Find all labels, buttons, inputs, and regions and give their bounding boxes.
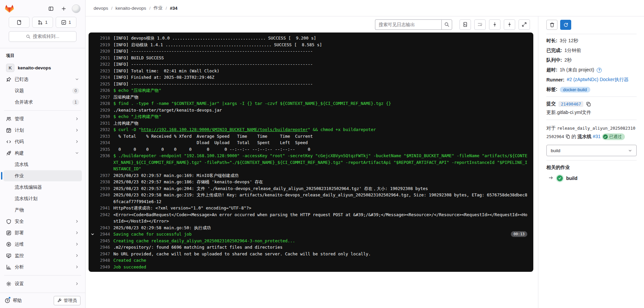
detail-label: 超时: (546, 67, 557, 73)
log-line-number[interactable]: 2926 (96, 87, 110, 94)
detail-value[interactable]: #2 (zAptwNDc) Docker执行器 (567, 77, 629, 83)
log-line-number[interactable]: 2921 (96, 55, 110, 61)
log-line-number[interactable]: 2939 (96, 185, 110, 192)
log-line-number[interactable]: 2935 (96, 146, 110, 153)
scroll-to-top-button[interactable] (489, 19, 500, 30)
search-or-go-field[interactable]: 搜索或转到... (9, 31, 76, 42)
scroll-to-bottom-button[interactable] (504, 19, 515, 30)
log-line-number[interactable]: 2938 (96, 179, 110, 185)
log-line-number[interactable]: 2925 (96, 81, 110, 87)
log-line-number[interactable]: 2949 (96, 264, 110, 270)
sidebar-item-code[interactable]: 代码 (3, 136, 82, 147)
sidebar-item-secure[interactable]: 安全 (3, 216, 82, 227)
commit-label: 提交 (546, 101, 556, 107)
sidebar-item-pipelines[interactable]: 流水线 (3, 159, 82, 170)
gitlab-logo-icon[interactable] (5, 4, 14, 13)
log-search-input[interactable] (375, 19, 441, 30)
detail-value: 1h (来自 project) (560, 67, 594, 73)
fullscreen-button[interactable] (519, 19, 530, 30)
sidebar-item-project[interactable]: K kenaito-devops (3, 62, 82, 73)
sidebar-item-pinned[interactable]: 已钉选 (3, 74, 82, 85)
erase-log-button[interactable] (546, 20, 557, 30)
log-line-number[interactable]: 2947 (96, 251, 110, 257)
log-line-number[interactable]: 2920 (96, 48, 110, 55)
breadcrumb-item[interactable]: #34 (170, 6, 177, 11)
log-line: 29402025/08/23 02:29:58 main.go:219: 文件上… (89, 192, 529, 205)
raw-log-button[interactable] (460, 19, 471, 30)
admin-area-button[interactable]: 管理员 (54, 296, 80, 305)
log-line-text: $ find . -type f -name "$CONTEXT_NAME.ja… (113, 100, 529, 107)
log-line-number[interactable]: 2944 (96, 231, 110, 238)
breadcrumb-item[interactable]: 作业 (154, 5, 163, 11)
log-gutter (89, 74, 96, 81)
section-chevron-icon[interactable] (89, 231, 96, 238)
log-line-number[interactable]: 2941 (96, 205, 110, 211)
sidebar-item-合并请求[interactable]: 合并请求1 (3, 97, 82, 108)
log-gutter (89, 113, 96, 120)
log-line-number[interactable]: 2918 (96, 35, 110, 42)
log-line-number[interactable]: 2932 (96, 126, 110, 133)
log-line-number[interactable]: 2943 (96, 225, 110, 231)
retry-job-button[interactable] (560, 20, 571, 30)
log-line-number[interactable]: 2936 (96, 152, 110, 159)
sidebar-item-manage[interactable]: 管理 (3, 113, 82, 124)
log-line-number[interactable]: 2924 (96, 74, 110, 81)
log-line-number[interactable]: 2946 (96, 244, 110, 251)
log-line-number[interactable]: 2945 (96, 238, 110, 244)
sidebar-item-build[interactable]: 构建 (3, 147, 82, 159)
sidebar-item-deploy[interactable]: 部署 (3, 227, 82, 238)
chevron-right-icon (75, 219, 79, 224)
log-gutter (89, 55, 96, 61)
sidebar-item-议题[interactable]: 议题0 (3, 85, 82, 96)
stage-dropdown[interactable]: build (546, 145, 637, 156)
log-line-number[interactable]: 2934 (96, 139, 110, 146)
log-text-segment: " && chmod +x buildarepoter (308, 127, 376, 132)
log-line-number[interactable]: 2931 (96, 120, 110, 127)
log-line-number[interactable]: 2930 (96, 113, 110, 120)
breadcrumb-item[interactable]: devops (94, 6, 108, 11)
log-line-number[interactable]: 2948 (96, 257, 110, 264)
copy-commit-sha-button[interactable] (586, 102, 591, 107)
log-line: 2928$ find . -type f -name "$CONTEXT_NAM… (89, 100, 529, 107)
sidebar-item-pipeline-schedules[interactable]: 流水线计划 (3, 193, 82, 204)
log-line: 2949Job succeeded (89, 264, 529, 270)
notification-dot (8, 297, 11, 299)
sidebar-item-artifacts[interactable]: 产物 (3, 204, 82, 215)
help-question-icon[interactable]: ? (597, 68, 602, 73)
log-line-number[interactable]: 2919 (96, 42, 110, 48)
log-line-number[interactable]: 2923 (96, 68, 110, 74)
log-gutter (89, 35, 96, 42)
log-line-number[interactable]: 2933 (96, 133, 110, 140)
log-line-number[interactable]: 2928 (96, 100, 110, 107)
pipeline-number-link[interactable]: #31 (593, 134, 600, 139)
log-line-number[interactable]: 2922 (96, 61, 110, 68)
related-job-item[interactable]: build (546, 175, 637, 182)
user-avatar[interactable] (72, 4, 80, 13)
sidebar-item-operate[interactable]: 运维 (3, 239, 82, 250)
log-line-number[interactable]: 2927 (96, 94, 110, 101)
breadcrumb-item[interactable]: kenaito-devops (115, 6, 146, 11)
help-menu[interactable]: 帮助 (5, 298, 22, 304)
copy-ref-button[interactable] (566, 134, 570, 139)
log-line-number[interactable]: 2940 (96, 192, 110, 198)
issues-count-button[interactable] (9, 17, 30, 28)
log-line-number[interactable]: 2929 (96, 107, 110, 114)
merge-requests-count-button[interactable]: 1 (32, 17, 53, 28)
todos-count-button[interactable]: 1 (56, 17, 76, 28)
commit-sha[interactable]: 21490467 (558, 101, 583, 107)
log-search-button[interactable] (441, 19, 452, 30)
log-gutter (89, 68, 96, 74)
create-new-button[interactable] (59, 4, 68, 13)
sidebar-item-monitor[interactable]: 监控 (3, 250, 82, 261)
sidebar-item-jobs[interactable]: 作业 (3, 170, 82, 181)
pipeline-status-badge[interactable]: 已通过 (602, 133, 625, 140)
sidebar-item-analyze[interactable]: 分析 (3, 261, 82, 272)
wrap-lines-button[interactable] (474, 19, 486, 30)
sidebar-item-plan[interactable]: 计划 (3, 125, 82, 136)
log-gutter (89, 185, 96, 192)
sidebar-toggle-button[interactable] (46, 4, 56, 13)
log-line-number[interactable]: 2937 (96, 172, 110, 179)
sidebar-item-settings[interactable]: 设置 (3, 278, 82, 289)
log-line-number[interactable]: 2942 (96, 211, 110, 218)
sidebar-item-pipeline-editor[interactable]: 流水线编辑器 (3, 182, 82, 193)
